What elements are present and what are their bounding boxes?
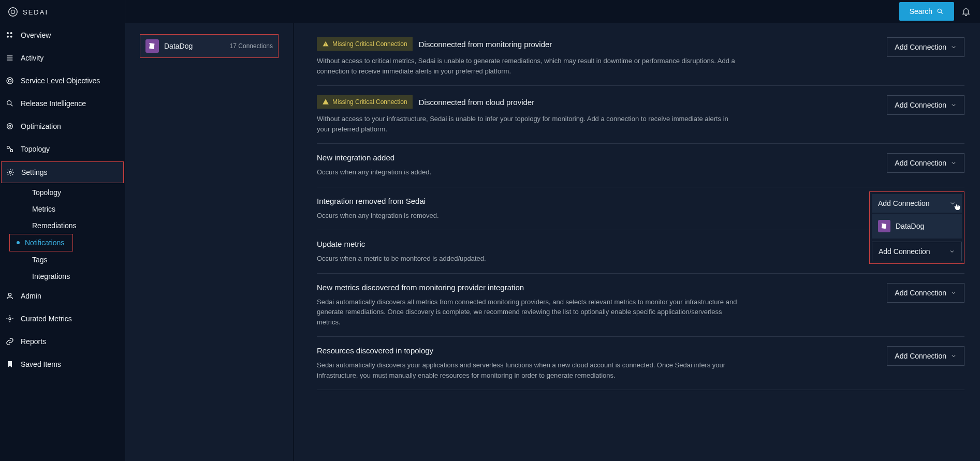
chevron-down-icon: [950, 290, 957, 296]
gear-icon: [6, 168, 15, 177]
svg-point-19: [8, 293, 11, 296]
svg-point-5: [10, 36, 12, 38]
nav-label: Activity: [21, 54, 43, 62]
svg-line-17: [9, 147, 12, 150]
sedai-logo-icon: [7, 6, 19, 18]
notification-item: Update metric Occurs when a metric to be…: [317, 230, 964, 274]
svg-point-3: [10, 32, 12, 34]
bell-icon: [961, 7, 971, 16]
sub-tags[interactable]: Tags: [17, 251, 125, 268]
svg-point-9: [7, 78, 13, 84]
notification-description: Without access to your infrastructure, S…: [317, 114, 741, 134]
nav-label: Settings: [21, 168, 48, 176]
content: DataDog 17 Connections Missing Critical …: [125, 23, 980, 461]
notification-title: Disconnected from cloud provider: [419, 98, 534, 107]
nav-label: Release Intelligence: [21, 99, 86, 108]
datadog-logo-icon: [145, 39, 159, 53]
user-icon: [5, 291, 14, 301]
search-icon: [937, 8, 944, 15]
search-icon: [5, 99, 14, 108]
chevron-down-icon: [949, 248, 955, 255]
add-connection-button[interactable]: Add Connection: [887, 283, 964, 303]
notification-description: Sedai automatically discovers your appli…: [317, 360, 741, 380]
add-connection-button[interactable]: Add Connection: [887, 153, 964, 173]
chevron-down-icon: [949, 200, 956, 206]
sub-metrics[interactable]: Metrics: [17, 201, 125, 217]
optimization-icon: [5, 122, 14, 131]
chevron-down-icon: [950, 353, 957, 359]
notification-description: Without access to critical metrics, Seda…: [317, 56, 741, 76]
notification-title: Integration removed from Sedai: [317, 197, 426, 205]
search-button[interactable]: Search: [899, 2, 954, 21]
nav-activity[interactable]: Activity: [0, 47, 125, 69]
nav-curated-metrics[interactable]: Curated Metrics: [0, 307, 125, 330]
notification-item: New integration added Occurs when any in…: [317, 144, 964, 187]
providers-column: DataDog 17 Connections: [125, 23, 293, 461]
svg-point-11: [7, 101, 11, 105]
nav-settings[interactable]: Settings: [1, 161, 124, 183]
notifications-list: Missing Critical Connection Disconnected…: [294, 23, 980, 461]
provider-card-datadog[interactable]: DataDog 17 Connections: [140, 34, 279, 58]
nav-release[interactable]: Release Intelligence: [0, 92, 125, 115]
nav-saved-items[interactable]: Saved Items: [0, 353, 125, 376]
svg-point-20: [9, 318, 11, 320]
notification-description: Occurs when a metric to be monitored is …: [317, 254, 486, 264]
nav-label: Curated Metrics: [21, 315, 72, 323]
svg-point-13: [7, 124, 13, 129]
nav-label: Overview: [21, 31, 51, 39]
nav-topology[interactable]: Topology: [0, 138, 125, 160]
sidebar: SEDAI Overview Activity Service Level Ob…: [0, 0, 125, 461]
bookmark-icon: [5, 360, 14, 369]
notification-description: Occurs when any integration is added.: [317, 167, 431, 177]
add-connection-button[interactable]: Add Connection: [887, 37, 964, 57]
sub-integrations[interactable]: Integrations: [17, 268, 125, 285]
svg-point-0: [9, 8, 18, 17]
svg-rect-16: [10, 150, 12, 152]
nav-label: Saved Items: [21, 360, 61, 368]
notification-title: Resources discovered in topology: [317, 346, 433, 355]
nav-label: Reports: [21, 337, 46, 346]
sub-remediations[interactable]: Remediations: [17, 217, 125, 234]
warning-icon: [322, 98, 329, 106]
add-connection-button[interactable]: Add Connection: [887, 95, 964, 115]
search-label: Search: [910, 7, 932, 16]
nav-label: Optimization: [21, 122, 61, 130]
notification-item: Missing Critical Connection Disconnected…: [317, 86, 964, 144]
svg-rect-15: [7, 146, 9, 148]
nav-admin[interactable]: Admin: [0, 285, 125, 307]
notifications-bell-button[interactable]: [961, 7, 971, 16]
nav-reports[interactable]: Reports: [0, 330, 125, 353]
notification-title: New integration added: [317, 153, 394, 162]
svg-line-22: [941, 12, 943, 14]
sub-notifications[interactable]: Notifications: [9, 234, 73, 251]
chevron-down-icon: [950, 44, 957, 50]
nav-label: Service Level Objectives: [21, 77, 100, 85]
notification-title: Update metric: [317, 240, 365, 248]
warning-badge: Missing Critical Connection: [317, 95, 413, 109]
dropdown-option-datadog[interactable]: DataDog: [872, 214, 962, 239]
notification-item: Missing Critical Connection Disconnected…: [317, 28, 964, 86]
settings-subnav: Topology Metrics Remediations Notificati…: [0, 184, 125, 285]
notification-description: Occurs when any integration is removed.: [317, 211, 439, 221]
main-area: Search DataDog 17 Connections: [125, 0, 980, 461]
svg-point-4: [7, 36, 9, 38]
link-icon: [5, 337, 14, 346]
nav-optimization[interactable]: Optimization: [0, 115, 125, 138]
provider-connection-count: 17 Connections: [230, 42, 273, 50]
brand-logo: SEDAI: [0, 0, 125, 24]
notification-item: New metrics discovered from monitoring p…: [317, 274, 964, 337]
chevron-down-icon: [950, 102, 957, 108]
gear-icon: [5, 314, 14, 323]
svg-point-14: [9, 125, 11, 127]
warning-icon: [322, 40, 329, 48]
sub-topology[interactable]: Topology: [17, 184, 125, 201]
brand-name: SEDAI: [23, 8, 48, 16]
dropdown-footer-button[interactable]: Add Connection: [872, 242, 962, 261]
add-connection-button[interactable]: Add Connection: [887, 346, 964, 366]
nav-slo[interactable]: Service Level Objectives: [0, 69, 125, 92]
topbar: Search: [125, 0, 980, 23]
target-icon: [5, 76, 14, 85]
dropdown-header[interactable]: Add Connection: [872, 194, 962, 213]
nav-overview[interactable]: Overview: [0, 24, 125, 47]
add-connection-dropdown: Add Connection DataDog Add Connection: [869, 191, 964, 264]
